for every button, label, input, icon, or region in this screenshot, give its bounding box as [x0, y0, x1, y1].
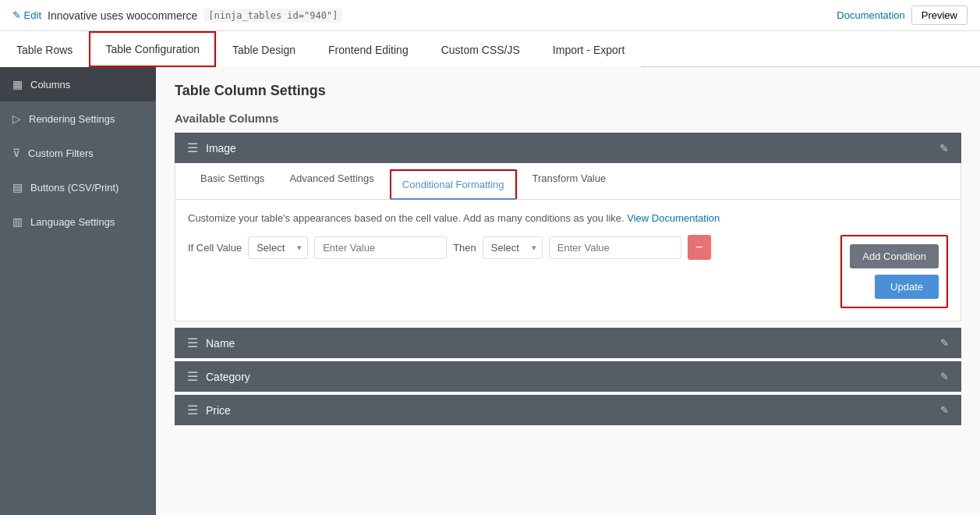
- tab-navigation: Table Rows Table Configuration Table Des…: [0, 31, 980, 67]
- content-page-title: Table Column Settings: [175, 83, 961, 99]
- condition-operator-wrapper: Select: [248, 236, 308, 259]
- tab-frontend-editing[interactable]: Frontend Editing: [312, 32, 425, 67]
- columns-icon: ▦: [12, 78, 23, 91]
- tab-custom-css-js[interactable]: Custom CSS/JS: [425, 32, 536, 67]
- condition-description: Customize your table's appearances based…: [188, 212, 948, 224]
- top-bar-right: Documentation Preview: [837, 5, 968, 25]
- available-columns-title: Available Columns: [175, 112, 961, 125]
- edit-icon-image[interactable]: ✎: [939, 142, 949, 154]
- sidebar-label-buttons: Buttons (CSV/Print): [30, 182, 119, 194]
- filter-icon: ⊽: [12, 147, 20, 159]
- column-row-image[interactable]: ☰ Image ✎: [175, 133, 961, 163]
- expanded-panel-image: Basic Settings Advanced Settings Conditi…: [175, 163, 961, 321]
- column-row-price[interactable]: ☰ Price ✎: [175, 395, 961, 425]
- update-button[interactable]: Update: [875, 275, 939, 299]
- inner-tab-conditional[interactable]: Conditional Formatting: [390, 169, 517, 200]
- then-label: Then: [453, 242, 476, 254]
- inner-tab-basic[interactable]: Basic Settings: [188, 163, 277, 200]
- edit-link[interactable]: ✎ Edit: [12, 9, 41, 21]
- tab-table-design[interactable]: Table Design: [216, 32, 312, 67]
- language-icon: ▥: [12, 215, 23, 228]
- preview-button[interactable]: Preview: [911, 5, 968, 25]
- drag-icon-image: ☰: [187, 140, 198, 155]
- drag-icon-name: ☰: [187, 336, 198, 350]
- rendering-icon: ▷: [12, 112, 21, 125]
- condition-then-select[interactable]: Select: [483, 236, 543, 259]
- sidebar-label-rendering: Rendering Settings: [29, 113, 115, 125]
- condition-then-input[interactable]: [549, 236, 681, 259]
- buttons-icon: ▤: [12, 181, 23, 194]
- top-bar-left: ✎ Edit Innovative uses woocommerce [ninj…: [12, 9, 342, 23]
- inner-tab-transform[interactable]: Transform Value: [520, 163, 619, 200]
- page-title-topbar: Innovative uses woocommerce: [48, 9, 197, 22]
- tab-table-configuration[interactable]: Table Configuration: [89, 31, 216, 67]
- tab-import-export[interactable]: Import - Export: [536, 32, 642, 67]
- drag-icon-category: ☰: [187, 369, 198, 384]
- column-name-image: Image: [206, 142, 236, 154]
- shortcode: [ninja_tables id="940"]: [203, 9, 342, 23]
- sidebar-label-columns: Columns: [30, 79, 70, 91]
- sidebar-item-filters[interactable]: ⊽ Custom Filters: [0, 136, 156, 170]
- column-name-category: Category: [206, 371, 250, 383]
- content-area: Table Column Settings Available Columns …: [156, 67, 980, 515]
- add-condition-button[interactable]: Add Condition: [850, 244, 939, 268]
- documentation-link[interactable]: Documentation: [837, 9, 904, 21]
- sidebar: ▦ Columns ▷ Rendering Settings ⊽ Custom …: [0, 67, 156, 515]
- edit-icon-name[interactable]: ✎: [940, 337, 949, 349]
- sidebar-item-language[interactable]: ▥ Language Settings: [0, 204, 156, 239]
- action-box: Add Condition Update: [840, 235, 948, 308]
- column-row-name[interactable]: ☰ Name ✎: [175, 328, 961, 358]
- sidebar-label-filters: Custom Filters: [28, 147, 94, 159]
- condition-then-wrapper: Select: [483, 236, 543, 259]
- sidebar-label-language: Language Settings: [30, 216, 115, 228]
- sidebar-item-buttons[interactable]: ▤ Buttons (CSV/Print): [0, 170, 156, 204]
- column-name-price: Price: [206, 404, 231, 417]
- inner-tab-advanced[interactable]: Advanced Settings: [277, 163, 386, 200]
- condition-operator-select[interactable]: Select: [248, 236, 308, 259]
- main-layout: ▦ Columns ▷ Rendering Settings ⊽ Custom …: [0, 67, 980, 515]
- view-documentation-link[interactable]: View Documentation: [627, 212, 720, 224]
- condition-row: If Cell Value Select Then Select: [188, 235, 711, 260]
- column-row-category[interactable]: ☰ Category ✎: [175, 361, 961, 392]
- sidebar-item-columns[interactable]: ▦ Columns: [0, 67, 156, 101]
- condition-value-input[interactable]: [314, 236, 447, 259]
- drag-icon-price: ☰: [187, 403, 198, 417]
- edit-icon-price[interactable]: ✎: [940, 404, 949, 416]
- tab-table-rows[interactable]: Table Rows: [0, 32, 89, 67]
- condition-area: Customize your table's appearances based…: [175, 200, 961, 321]
- inner-tab-bar: Basic Settings Advanced Settings Conditi…: [175, 163, 961, 200]
- remove-condition-button[interactable]: −: [688, 235, 711, 260]
- sidebar-item-rendering[interactable]: ▷ Rendering Settings: [0, 101, 156, 136]
- column-name-name: Name: [206, 337, 235, 350]
- top-bar: ✎ Edit Innovative uses woocommerce [ninj…: [0, 0, 980, 31]
- edit-icon-category[interactable]: ✎: [940, 371, 949, 382]
- if-cell-value-label: If Cell Value: [188, 242, 242, 254]
